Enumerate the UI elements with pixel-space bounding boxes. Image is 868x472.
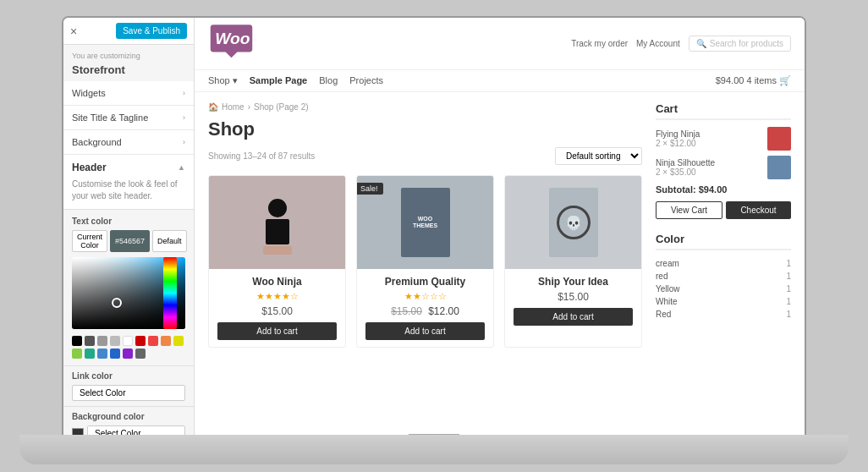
add-to-cart-3[interactable]: Add to cart <box>514 308 633 326</box>
breadcrumb-shop: Shop (Page 2) <box>254 102 309 112</box>
text-color-label: Text color <box>72 217 185 226</box>
color-picker-circle[interactable] <box>112 298 122 308</box>
checkout-button[interactable]: Checkout <box>726 201 791 219</box>
current-color-button[interactable]: Current Color <box>72 230 107 252</box>
close-button[interactable]: × <box>70 25 77 38</box>
cart-widget-title: Cart <box>656 102 791 120</box>
color-filter-Red[interactable]: Red 1 <box>656 308 791 321</box>
laptop-body <box>19 435 849 464</box>
save-publish-button[interactable]: Save & Publish <box>116 23 187 39</box>
header-section-title-text: Header <box>72 162 107 173</box>
header-description: Customise the look & feel of your web si… <box>72 178 185 202</box>
hue-bar[interactable] <box>163 257 177 329</box>
track-order-link[interactable]: Track my order <box>571 39 628 48</box>
product-image-1 <box>209 176 345 269</box>
hex-color-button[interactable]: #546567 <box>110 230 150 252</box>
swatch-green[interactable] <box>72 349 82 359</box>
shop-sidebar: Cart Flying Ninja 2 × $12.00 Ninja Silho… <box>656 102 791 348</box>
nav-blog[interactable]: Blog <box>319 75 338 86</box>
cart-actions: View Cart Checkout <box>656 201 791 219</box>
cart-icon[interactable]: 🛒 <box>779 75 791 85</box>
swatch-dark-blue[interactable] <box>110 349 120 359</box>
product-card-2: Sale! WOOTHEMES Premium Quality ★★☆☆☆ <box>356 175 494 348</box>
site-preview: Woo Track my order My Account 🔍 Search f… <box>195 18 805 446</box>
cart-item-1: Flying Ninja 2 × $12.00 <box>656 127 791 151</box>
product-price-3: $15.00 <box>514 291 633 303</box>
breadcrumb: 🏠 Home › Shop (Page 2) <box>208 102 642 112</box>
product-info-3: Ship Your Idea $15.00 Add to cart <box>505 269 641 332</box>
cart-info: $94.00 4 items 🛒 <box>716 75 791 86</box>
product-image-3: 💀 <box>505 176 641 269</box>
swatch-white[interactable] <box>123 336 133 346</box>
product-info-1: Woo Ninja ★★★★☆ $15.00 Add to cart <box>209 269 345 347</box>
nav-projects[interactable]: Projects <box>349 75 383 86</box>
product-name-3: Ship Your Idea <box>514 276 633 288</box>
shop-page-title: Shop <box>208 118 642 140</box>
nav-shop[interactable]: Shop ▾ <box>208 75 238 86</box>
cart-items-count: 4 items <box>746 75 776 85</box>
swatch-black[interactable] <box>72 336 82 346</box>
color-filter-red[interactable]: red 1 <box>656 270 791 283</box>
shop-content: 🏠 Home › Shop (Page 2) Shop Showing 13–2… <box>208 102 642 348</box>
default-color-button[interactable]: Default <box>152 230 187 252</box>
color-widget-title: Color <box>656 233 791 250</box>
header-section: Header ▲ Customise the look & feel of yo… <box>63 155 194 210</box>
product-stars-1: ★★★★☆ <box>217 291 337 302</box>
breadcrumb-home[interactable]: Home <box>222 102 244 112</box>
swatch-blue[interactable] <box>97 349 107 359</box>
swatch-teal[interactable] <box>85 349 95 359</box>
color-filter-white[interactable]: White 1 <box>656 295 791 308</box>
cart-item-2-image <box>767 156 791 179</box>
swatch-light-gray[interactable] <box>110 336 120 346</box>
search-placeholder: Search for products <box>710 39 783 48</box>
site-header: Woo Track my order My Account 🔍 Search f… <box>195 18 805 70</box>
site-main: 🏠 Home › Shop (Page 2) Shop Showing 13–2… <box>195 92 805 358</box>
swatch-red[interactable] <box>148 336 158 346</box>
color-buttons: Current Color #546567 Default <box>72 230 185 252</box>
woo-logo: Woo <box>208 25 255 63</box>
product-price-2: $15.00 $12.00 <box>365 305 485 317</box>
cart-item-1-qty-price: 2 × $12.00 <box>656 139 767 148</box>
swatch-yellow[interactable] <box>173 336 184 346</box>
swatch-gray[interactable] <box>97 336 107 346</box>
sort-select[interactable]: Default sorting <box>555 147 642 165</box>
color-widget: Color cream 1 red 1 Yellow 1 <box>656 233 791 321</box>
color-swatches <box>72 336 185 359</box>
swatch-medium-gray[interactable] <box>135 349 146 359</box>
cart-item-1-name: Flying Ninja <box>656 129 767 139</box>
menu-item-background[interactable]: Background › <box>63 130 194 155</box>
product-card-1: Woo Ninja ★★★★☆ $15.00 Add to cart <box>208 175 346 348</box>
header-links: Track my order My Account 🔍 Search for p… <box>571 36 791 52</box>
nav-links: Shop ▾ Sample Page Blog Projects <box>208 75 383 86</box>
swatch-dark-red[interactable] <box>135 336 146 346</box>
search-icon: 🔍 <box>696 39 706 48</box>
search-box: 🔍 Search for products <box>689 36 791 52</box>
cart-item-2: Ninja Silhouette 2 × $35.00 <box>656 156 791 179</box>
text-color-section: Text color Current Color #546567 Default <box>63 210 194 365</box>
swatch-purple[interactable] <box>123 349 133 359</box>
swatch-orange[interactable] <box>161 336 171 346</box>
product-card-3: 💀 Ship Your Idea $15.00 Add to cart <box>504 175 642 348</box>
product-stars-2: ★★☆☆☆ <box>365 291 485 302</box>
cart-item-2-qty-price: 2 × $35.00 <box>656 167 767 177</box>
add-to-cart-2[interactable]: Add to cart <box>365 322 485 340</box>
my-account-link[interactable]: My Account <box>636 39 680 48</box>
svg-text:Woo: Woo <box>215 30 250 47</box>
cart-widget: Cart Flying Ninja 2 × $12.00 Ninja Silho… <box>656 102 791 219</box>
bg-color-label: Background color <box>72 412 185 421</box>
product-info-2: Premium Quality ★★☆☆☆ $15.00 $12.00 Add … <box>357 269 493 347</box>
menu-item-site-title[interactable]: Site Title & Tagline › <box>63 106 194 130</box>
menu-item-widgets[interactable]: Widgets › <box>63 81 194 106</box>
view-cart-button[interactable]: View Cart <box>656 201 722 219</box>
add-to-cart-1[interactable]: Add to cart <box>217 322 337 340</box>
results-count: Showing 13–24 of 87 results <box>208 151 315 161</box>
color-filter-cream[interactable]: cream 1 <box>656 257 791 270</box>
panel-top-bar: × Save & Publish <box>63 18 194 45</box>
header-chevron: ▲ <box>178 163 185 172</box>
link-color-select-button[interactable]: Select Color <box>72 385 185 401</box>
site-nav: Shop ▾ Sample Page Blog Projects $94.00 … <box>195 70 805 92</box>
color-filter-yellow[interactable]: Yellow 1 <box>656 283 791 295</box>
product-image-2: Sale! WOOTHEMES <box>357 176 493 269</box>
nav-sample-page[interactable]: Sample Page <box>250 75 307 86</box>
swatch-dark-gray[interactable] <box>85 336 95 346</box>
